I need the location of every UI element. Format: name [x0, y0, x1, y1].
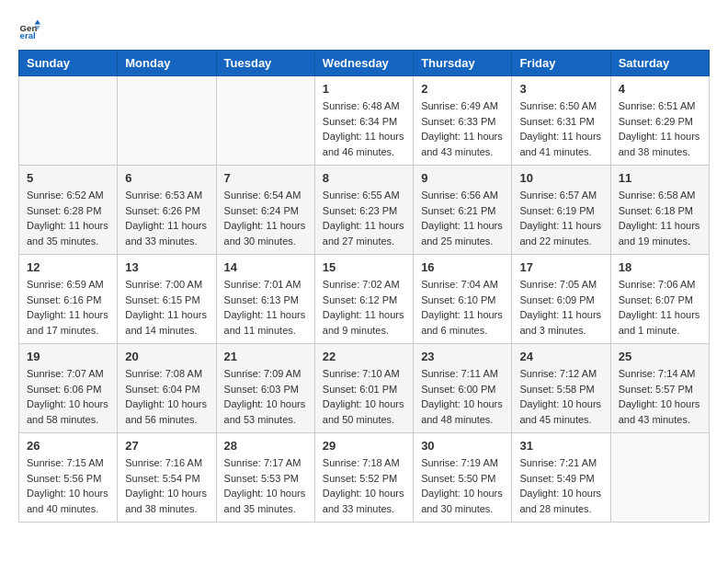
day-number: 11	[619, 171, 701, 185]
day-number: 21	[224, 350, 307, 363]
day-info: Sunrise: 7:21 AMSunset: 5:49 PMDaylight:…	[519, 455, 602, 516]
day-number: 1	[323, 82, 405, 96]
day-info: Sunrise: 7:09 AMSunset: 6:03 PMDaylight:…	[224, 366, 307, 427]
weekday-row: SundayMondayTuesdayWednesdayThursdayFrid…	[19, 51, 710, 76]
calendar-day: 31Sunrise: 7:21 AMSunset: 5:49 PMDayligh…	[512, 433, 610, 523]
svg-text:eral: eral	[20, 30, 36, 40]
calendar-day: 26Sunrise: 7:15 AMSunset: 5:56 PMDayligh…	[19, 433, 118, 523]
svg-marker-2	[35, 20, 40, 25]
day-number: 3	[519, 82, 602, 96]
calendar-day	[118, 76, 216, 166]
calendar-day: 4Sunrise: 6:51 AMSunset: 6:29 PMDaylight…	[610, 76, 709, 166]
calendar-day	[216, 76, 314, 166]
day-info: Sunrise: 7:01 AMSunset: 6:13 PMDaylight:…	[224, 277, 307, 338]
calendar-day: 29Sunrise: 7:18 AMSunset: 5:52 PMDayligh…	[314, 433, 413, 523]
calendar-day: 24Sunrise: 7:12 AMSunset: 5:58 PMDayligh…	[512, 344, 610, 433]
calendar-day: 10Sunrise: 6:57 AMSunset: 6:19 PMDayligh…	[512, 166, 610, 255]
day-number: 10	[519, 171, 602, 185]
day-number: 17	[519, 260, 602, 274]
day-info: Sunrise: 6:58 AMSunset: 6:18 PMDaylight:…	[619, 188, 701, 248]
calendar-day: 13Sunrise: 7:00 AMSunset: 6:15 PMDayligh…	[118, 255, 216, 344]
calendar-day: 5Sunrise: 6:52 AMSunset: 6:28 PMDaylight…	[19, 166, 118, 255]
calendar-day	[19, 76, 118, 166]
day-number: 5	[27, 171, 109, 185]
calendar-day: 15Sunrise: 7:02 AMSunset: 6:12 PMDayligh…	[314, 255, 413, 344]
calendar-day: 14Sunrise: 7:01 AMSunset: 6:13 PMDayligh…	[216, 255, 314, 344]
day-number: 8	[323, 171, 405, 185]
day-info: Sunrise: 7:16 AMSunset: 5:54 PMDaylight:…	[125, 455, 208, 516]
weekday-header-friday: Friday	[512, 51, 610, 76]
day-number: 26	[27, 439, 109, 453]
day-number: 18	[619, 260, 701, 274]
day-number: 13	[125, 260, 208, 274]
calendar-day: 1Sunrise: 6:48 AMSunset: 6:34 PMDaylight…	[314, 76, 413, 166]
calendar-day: 25Sunrise: 7:14 AMSunset: 5:57 PMDayligh…	[610, 344, 709, 433]
day-number: 12	[27, 260, 109, 274]
calendar-day: 6Sunrise: 6:53 AMSunset: 6:26 PMDaylight…	[118, 166, 216, 255]
day-number: 4	[619, 82, 701, 96]
day-number: 23	[421, 350, 504, 363]
weekday-header-thursday: Thursday	[414, 51, 512, 76]
day-info: Sunrise: 6:56 AMSunset: 6:21 PMDaylight:…	[421, 188, 504, 248]
calendar-week-3: 12Sunrise: 6:59 AMSunset: 6:16 PMDayligh…	[19, 255, 710, 344]
weekday-header-tuesday: Tuesday	[216, 51, 314, 76]
day-number: 31	[519, 439, 602, 453]
calendar-day: 11Sunrise: 6:58 AMSunset: 6:18 PMDayligh…	[610, 166, 709, 255]
day-info: Sunrise: 7:11 AMSunset: 6:00 PMDaylight:…	[421, 366, 504, 427]
calendar-week-1: 1Sunrise: 6:48 AMSunset: 6:34 PMDaylight…	[19, 76, 710, 166]
day-number: 25	[619, 350, 701, 363]
day-number: 16	[421, 260, 504, 274]
weekday-header-saturday: Saturday	[610, 51, 709, 76]
day-number: 30	[421, 439, 504, 453]
calendar-day: 3Sunrise: 6:50 AMSunset: 6:31 PMDaylight…	[512, 76, 610, 166]
logo-icon: Gen eral	[18, 18, 40, 40]
day-number: 19	[27, 350, 109, 363]
day-info: Sunrise: 7:06 AMSunset: 6:07 PMDaylight:…	[619, 277, 701, 338]
calendar-week-5: 26Sunrise: 7:15 AMSunset: 5:56 PMDayligh…	[19, 433, 710, 523]
day-info: Sunrise: 7:18 AMSunset: 5:52 PMDaylight:…	[323, 455, 405, 516]
day-number: 6	[125, 171, 208, 185]
calendar-table: SundayMondayTuesdayWednesdayThursdayFrid…	[18, 50, 710, 523]
day-info: Sunrise: 6:53 AMSunset: 6:26 PMDaylight:…	[125, 188, 208, 248]
day-info: Sunrise: 6:54 AMSunset: 6:24 PMDaylight:…	[224, 188, 307, 248]
day-info: Sunrise: 7:07 AMSunset: 6:06 PMDaylight:…	[27, 366, 109, 427]
day-info: Sunrise: 7:12 AMSunset: 5:58 PMDaylight:…	[519, 366, 602, 427]
day-info: Sunrise: 6:48 AMSunset: 6:34 PMDaylight:…	[323, 98, 405, 159]
page-header: Gen eral	[18, 18, 710, 40]
calendar-header: SundayMondayTuesdayWednesdayThursdayFrid…	[19, 51, 710, 76]
day-info: Sunrise: 6:49 AMSunset: 6:33 PMDaylight:…	[421, 98, 504, 159]
calendar-day: 16Sunrise: 7:04 AMSunset: 6:10 PMDayligh…	[414, 255, 512, 344]
day-info: Sunrise: 7:05 AMSunset: 6:09 PMDaylight:…	[519, 277, 602, 338]
calendar-day: 27Sunrise: 7:16 AMSunset: 5:54 PMDayligh…	[118, 433, 216, 523]
calendar-day: 7Sunrise: 6:54 AMSunset: 6:24 PMDaylight…	[216, 166, 314, 255]
day-number: 7	[224, 171, 307, 185]
calendar-day: 17Sunrise: 7:05 AMSunset: 6:09 PMDayligh…	[512, 255, 610, 344]
calendar-day	[610, 433, 709, 523]
calendar-day: 30Sunrise: 7:19 AMSunset: 5:50 PMDayligh…	[414, 433, 512, 523]
day-number: 28	[224, 439, 307, 453]
calendar-day: 28Sunrise: 7:17 AMSunset: 5:53 PMDayligh…	[216, 433, 314, 523]
day-info: Sunrise: 7:14 AMSunset: 5:57 PMDaylight:…	[619, 366, 701, 427]
calendar-day: 18Sunrise: 7:06 AMSunset: 6:07 PMDayligh…	[610, 255, 709, 344]
day-number: 27	[125, 439, 208, 453]
day-number: 9	[421, 171, 504, 185]
day-info: Sunrise: 7:08 AMSunset: 6:04 PMDaylight:…	[125, 366, 208, 427]
calendar-day: 9Sunrise: 6:56 AMSunset: 6:21 PMDaylight…	[414, 166, 512, 255]
day-info: Sunrise: 6:50 AMSunset: 6:31 PMDaylight:…	[519, 98, 602, 159]
day-number: 22	[323, 350, 405, 363]
calendar-body: 1Sunrise: 6:48 AMSunset: 6:34 PMDaylight…	[19, 76, 710, 523]
day-number: 2	[421, 82, 504, 96]
day-info: Sunrise: 7:15 AMSunset: 5:56 PMDaylight:…	[27, 455, 109, 516]
day-info: Sunrise: 7:17 AMSunset: 5:53 PMDaylight:…	[224, 455, 307, 516]
calendar-day: 20Sunrise: 7:08 AMSunset: 6:04 PMDayligh…	[118, 344, 216, 433]
day-info: Sunrise: 7:19 AMSunset: 5:50 PMDaylight:…	[421, 455, 504, 516]
day-info: Sunrise: 6:55 AMSunset: 6:23 PMDaylight:…	[323, 188, 405, 248]
day-number: 24	[519, 350, 602, 363]
weekday-header-sunday: Sunday	[19, 51, 118, 76]
day-info: Sunrise: 7:10 AMSunset: 6:01 PMDaylight:…	[323, 366, 405, 427]
day-info: Sunrise: 7:04 AMSunset: 6:10 PMDaylight:…	[421, 277, 504, 338]
day-info: Sunrise: 6:52 AMSunset: 6:28 PMDaylight:…	[27, 188, 109, 248]
day-info: Sunrise: 6:51 AMSunset: 6:29 PMDaylight:…	[619, 98, 701, 159]
day-info: Sunrise: 6:59 AMSunset: 6:16 PMDaylight:…	[27, 277, 109, 338]
weekday-header-wednesday: Wednesday	[314, 51, 413, 76]
